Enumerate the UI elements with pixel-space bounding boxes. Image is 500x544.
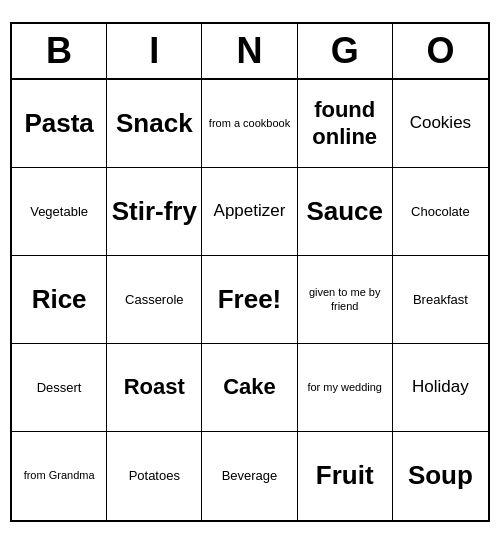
cell-text: Casserole bbox=[125, 292, 184, 308]
cell-text: Potatoes bbox=[129, 468, 180, 484]
cell-text: Beverage bbox=[222, 468, 278, 484]
cell-text: Stir-fry bbox=[112, 196, 197, 227]
bingo-card: BINGO PastaSnackfrom a cookbookfound onl… bbox=[10, 22, 490, 522]
cell-text: Appetizer bbox=[214, 201, 286, 221]
bingo-cell[interactable]: Free! bbox=[202, 256, 297, 344]
bingo-cell[interactable]: Cookies bbox=[393, 80, 488, 168]
header-letter: G bbox=[298, 24, 393, 78]
cell-text: Sauce bbox=[306, 196, 383, 227]
bingo-cell[interactable]: Vegetable bbox=[12, 168, 107, 256]
header-letter: N bbox=[202, 24, 297, 78]
cell-text: Fruit bbox=[316, 460, 374, 491]
bingo-cell[interactable]: Roast bbox=[107, 344, 202, 432]
cell-text: Pasta bbox=[24, 108, 93, 139]
bingo-cell[interactable]: Breakfast bbox=[393, 256, 488, 344]
bingo-cell[interactable]: Beverage bbox=[202, 432, 297, 520]
cell-text: Free! bbox=[218, 284, 282, 315]
bingo-cell[interactable]: Potatoes bbox=[107, 432, 202, 520]
cell-text: Holiday bbox=[412, 377, 469, 397]
cell-text: Chocolate bbox=[411, 204, 470, 220]
bingo-cell[interactable]: Appetizer bbox=[202, 168, 297, 256]
bingo-cell[interactable]: Dessert bbox=[12, 344, 107, 432]
bingo-cell[interactable]: found online bbox=[298, 80, 393, 168]
header-letter: I bbox=[107, 24, 202, 78]
cell-text: from a cookbook bbox=[209, 117, 290, 130]
cell-text: Roast bbox=[124, 374, 185, 400]
bingo-cell[interactable]: Pasta bbox=[12, 80, 107, 168]
header-letter: B bbox=[12, 24, 107, 78]
bingo-cell[interactable]: given to me by friend bbox=[298, 256, 393, 344]
bingo-cell[interactable]: Chocolate bbox=[393, 168, 488, 256]
cell-text: Dessert bbox=[37, 380, 82, 396]
bingo-cell[interactable]: Fruit bbox=[298, 432, 393, 520]
cell-text: Cake bbox=[223, 374, 276, 400]
cell-text: given to me by friend bbox=[302, 286, 388, 312]
bingo-cell[interactable]: Cake bbox=[202, 344, 297, 432]
cell-text: Soup bbox=[408, 460, 473, 491]
bingo-cell[interactable]: Stir-fry bbox=[107, 168, 202, 256]
cell-text: from Grandma bbox=[24, 469, 95, 482]
cell-text: found online bbox=[302, 97, 388, 150]
bingo-grid: PastaSnackfrom a cookbookfound onlineCoo… bbox=[12, 80, 488, 520]
cell-text: Breakfast bbox=[413, 292, 468, 308]
cell-text: Snack bbox=[116, 108, 193, 139]
bingo-cell[interactable]: from Grandma bbox=[12, 432, 107, 520]
bingo-cell[interactable]: for my wedding bbox=[298, 344, 393, 432]
header-letter: O bbox=[393, 24, 488, 78]
bingo-cell[interactable]: from a cookbook bbox=[202, 80, 297, 168]
bingo-header: BINGO bbox=[12, 24, 488, 80]
bingo-cell[interactable]: Soup bbox=[393, 432, 488, 520]
bingo-cell[interactable]: Holiday bbox=[393, 344, 488, 432]
bingo-cell[interactable]: Rice bbox=[12, 256, 107, 344]
cell-text: Rice bbox=[32, 284, 87, 315]
cell-text: Cookies bbox=[410, 113, 471, 133]
bingo-cell[interactable]: Casserole bbox=[107, 256, 202, 344]
cell-text: Vegetable bbox=[30, 204, 88, 220]
bingo-cell[interactable]: Snack bbox=[107, 80, 202, 168]
bingo-cell[interactable]: Sauce bbox=[298, 168, 393, 256]
cell-text: for my wedding bbox=[307, 381, 382, 394]
